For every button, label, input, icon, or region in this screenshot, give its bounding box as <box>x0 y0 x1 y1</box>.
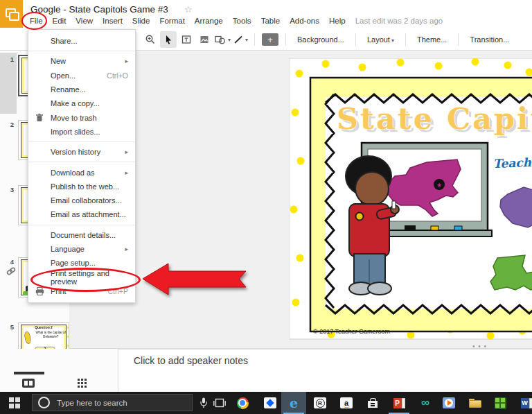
last-edit-status[interactable]: Last edit was 2 days ago <box>351 16 448 28</box>
menuitem-version-history[interactable]: Version history▸ <box>28 145 135 159</box>
menu-format[interactable]: Format <box>154 16 189 28</box>
slide-title: State Capit <box>337 101 532 136</box>
slide-number-2: 2 <box>3 121 14 128</box>
menuitem-open[interactable]: Open...Ctrl+O <box>28 69 135 83</box>
menu-separator <box>28 225 135 225</box>
line-tool-icon[interactable]: ▾ <box>232 31 249 48</box>
taskbar-dropbox-icon[interactable] <box>258 392 283 414</box>
menuitem-rename[interactable]: Rename... <box>28 83 135 96</box>
taskbar-search-box[interactable]: Type here to search <box>32 394 193 411</box>
thumb5-question-label: Question 2 <box>19 326 69 330</box>
start-button-icon[interactable] <box>9 397 20 408</box>
filmstrip-view-icon[interactable] <box>22 379 35 388</box>
slide-number-5: 5 <box>3 323 14 331</box>
taskbar-powerpoint-icon[interactable]: P <box>387 392 411 414</box>
menu-edit[interactable]: Edit <box>48 16 71 28</box>
menuitem-new[interactable]: New▸ <box>28 54 135 68</box>
annotation-circle-file <box>21 12 47 30</box>
task-view-icon[interactable] <box>213 398 226 408</box>
annotation-circle-print-settings <box>30 268 141 292</box>
menu-slide[interactable]: Slide <box>127 16 155 28</box>
layout-button[interactable]: Layout▾ <box>361 35 400 44</box>
menuitem-move-to-trash[interactable]: Move to trash <box>28 110 135 124</box>
chevron-down-icon: ▾ <box>391 37 394 44</box>
menu-tools[interactable]: Tools <box>228 16 256 28</box>
slide-number-3: 3 <box>3 186 14 193</box>
star-icon[interactable]: ☆ <box>184 4 193 15</box>
menuitem-email-as-attachment[interactable]: Email as attachment... <box>28 207 135 221</box>
thumb5-question-text: What is the capital of Delaware? <box>35 331 66 338</box>
slide-credit: © 2017 Teacher Gameroom <box>313 328 390 335</box>
link-icon <box>6 266 17 276</box>
annotation-arrow <box>139 260 254 300</box>
submenu-arrow-icon: ▸ <box>125 169 128 176</box>
document-title[interactable]: Google - State Capitols Game #3 <box>30 4 168 15</box>
submenu-arrow-icon: ▸ <box>125 148 128 155</box>
trash-icon <box>35 113 44 122</box>
toolbar-separator <box>254 33 255 46</box>
theme-button[interactable]: Theme... <box>411 35 453 44</box>
menubar: File Edit View Insert Slide Format Arran… <box>25 16 447 28</box>
taskbar-r-app-icon[interactable]: R <box>308 392 332 414</box>
menuitem-share[interactable]: Share... <box>28 34 135 48</box>
transition-button[interactable]: Transition... <box>463 35 515 44</box>
menu-view[interactable]: View <box>71 16 98 28</box>
submenu-arrow-icon: ▸ <box>125 245 128 252</box>
toolbar-separator <box>355 33 356 46</box>
menu-arrange[interactable]: Arrange <box>190 16 228 28</box>
menu-insert[interactable]: Insert <box>98 16 127 28</box>
search-placeholder: Type here to search <box>57 399 127 407</box>
shape-tool-icon[interactable]: ▾ <box>214 31 231 48</box>
background-button[interactable]: Background... <box>291 35 351 44</box>
taskbar-infinity-app-icon[interactable]: ∞ <box>413 392 438 414</box>
menuitem-make-a-copy[interactable]: Make a copy... <box>28 96 135 110</box>
thumb5-character <box>24 331 31 345</box>
menuitem-document-details[interactable]: Document details... <box>28 228 135 242</box>
taskbar-edge-icon[interactable]: e <box>281 392 306 414</box>
microphone-icon[interactable] <box>200 397 208 408</box>
slide-canvas[interactable]: State Capit State Capit ★ <box>69 51 532 349</box>
toolbar-separator <box>405 33 406 46</box>
taskbar-store-icon[interactable] <box>360 392 385 414</box>
menu-help[interactable]: Help <box>324 16 351 28</box>
printer-icon <box>35 287 44 295</box>
menuitem-language[interactable]: Language▸ <box>28 242 135 256</box>
taskbar-media-player-icon[interactable] <box>436 392 461 414</box>
toolbar-separator <box>285 33 286 46</box>
teacher-script-text: Teache <box>493 155 532 171</box>
menuitem-import-slides[interactable]: Import slides... <box>28 125 135 139</box>
slide-number-4: 4 <box>3 258 14 266</box>
current-slide[interactable]: State Capit State Capit ★ <box>290 58 532 340</box>
menuitem-email-collaborators[interactable]: Email collaborators... <box>28 193 135 207</box>
menu-separator <box>28 51 135 51</box>
speaker-notes-placeholder[interactable]: Click to add speaker notes <box>134 355 248 366</box>
submenu-arrow-icon: ▸ <box>125 58 128 64</box>
select-tool-icon[interactable] <box>160 31 177 48</box>
taskbar-file-explorer-icon[interactable] <box>463 392 488 414</box>
grid-view-icon[interactable] <box>78 379 90 388</box>
filmstrip-footer <box>0 349 129 392</box>
taskbar-amazon-icon[interactable]: a <box>334 392 359 414</box>
menuitem-download-as[interactable]: Download as▸ <box>28 165 135 179</box>
insert-image-icon[interactable] <box>196 31 213 48</box>
chevron-down-icon: ▾ <box>245 37 248 43</box>
chevron-down-icon: ▾ <box>228 37 231 43</box>
slides-logo-icon[interactable] <box>0 0 23 28</box>
taskbar-word-icon[interactable]: W <box>514 392 532 414</box>
menu-addons[interactable]: Add-ons <box>285 16 324 28</box>
cortana-icon <box>38 397 50 408</box>
toolbar-separator <box>458 33 459 46</box>
taskbar-chrome-icon[interactable] <box>230 392 255 414</box>
textbox-tool-icon[interactable] <box>178 31 195 48</box>
zoom-icon[interactable] <box>142 31 159 48</box>
taskbar-green-grid-app-icon[interactable] <box>488 392 513 414</box>
menuitem-publish-to-web[interactable]: Publish to the web... <box>28 180 135 193</box>
filmstrip-scrollbar[interactable] <box>14 372 44 374</box>
menu-table[interactable]: Table <box>256 16 285 28</box>
menu-separator <box>28 141 135 142</box>
insert-placeholder-icon[interactable]: + <box>262 33 278 46</box>
slide-number-1: 1 <box>3 55 14 63</box>
file-menu-dropdown: Share... New▸ Open...Ctrl+O Rename... Ma… <box>28 29 136 303</box>
speaker-notes-panel[interactable]: Click to add speaker notes <box>118 349 532 392</box>
windows-taskbar: Type here to search e R a P ∞ <box>0 392 532 414</box>
